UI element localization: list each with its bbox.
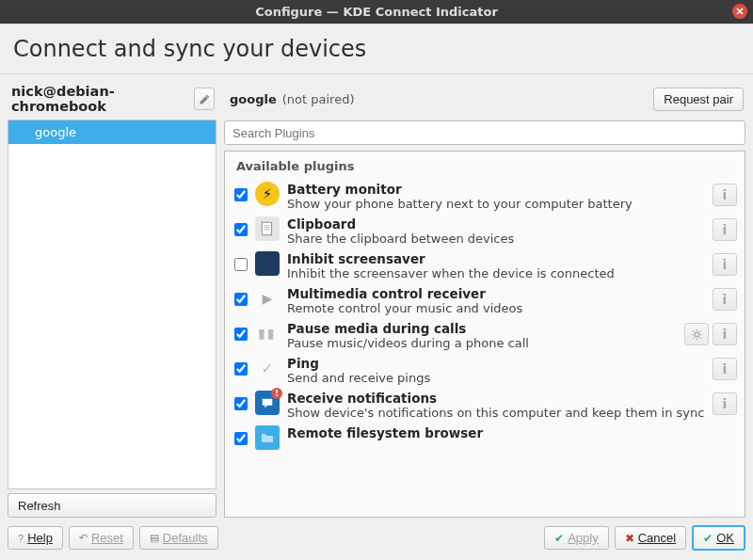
plugin-checkbox[interactable] <box>234 362 248 376</box>
plugin-title: Remote filesystem browser <box>287 425 737 440</box>
plugin-frame: Available plugins ⚡ Battery monitor Show… <box>224 151 745 518</box>
plugin-desc: Show device's notifications on this comp… <box>287 406 705 420</box>
plugin-title: Clipboard <box>287 216 705 232</box>
pause-icon: ▮▮ <box>255 321 280 345</box>
sidebar: nick@debian-chromebook google Refresh <box>8 80 216 518</box>
svg-point-4 <box>695 332 699 337</box>
plugin-checkbox[interactable] <box>234 293 248 306</box>
plugin-info-button[interactable]: i <box>713 358 737 380</box>
check-icon: ✔ <box>703 532 713 545</box>
plugin-settings-button[interactable] <box>684 323 709 345</box>
window-title: Configure — KDE Connect Indicator <box>255 5 498 19</box>
plugin-checkbox[interactable] <box>234 258 248 271</box>
plugin-title: Receive notifications <box>287 391 705 406</box>
pencil-icon <box>199 93 211 105</box>
device-list[interactable]: google <box>8 120 216 489</box>
content-area: nick@debian-chromebook google Refresh go… <box>0 74 753 518</box>
device-list-item[interactable]: google <box>8 120 216 144</box>
plugin-row: Inhibit screensaver Inhibit the screensa… <box>234 248 737 283</box>
device-header: google (not paired) Request pair <box>224 80 745 120</box>
request-pair-button[interactable]: Request pair <box>653 88 744 111</box>
refresh-button[interactable]: Refresh <box>8 493 216 518</box>
plugin-info-button[interactable]: i <box>713 218 737 241</box>
username-label: nick@debian-chromebook <box>11 84 188 114</box>
plugin-info-button[interactable]: i <box>713 288 737 311</box>
notification-icon <box>255 391 280 415</box>
plugin-scroll-area[interactable]: Available plugins ⚡ Battery monitor Show… <box>225 152 745 517</box>
battery-icon: ⚡ <box>255 182 280 206</box>
plugin-title: Battery monitor <box>287 182 705 197</box>
defaults-button[interactable]: ▤Defaults <box>139 526 218 550</box>
cancel-button[interactable]: ✖Cancel <box>615 526 686 550</box>
clipboard-icon <box>255 216 280 241</box>
play-icon: ▶ <box>255 286 280 311</box>
dialog-footer: ?Help ↶Reset ▤Defaults ✔Apply ✖Cancel ✔O… <box>0 518 753 560</box>
plugin-desc: Send and receive pings <box>287 371 705 385</box>
x-icon: ✖ <box>625 532 634 545</box>
monitor-icon <box>255 251 280 276</box>
check-icon: ✔ <box>554 532 564 545</box>
search-plugins-input[interactable] <box>224 120 745 145</box>
plugin-title: Multimedia control receiver <box>287 286 705 301</box>
plugin-desc: Remote control your music and videos <box>287 301 705 315</box>
svg-rect-0 <box>262 222 271 235</box>
plugin-row: Remote filesystem browser <box>234 423 737 453</box>
plugin-row: Clipboard Share the clipboard between de… <box>234 214 737 248</box>
plugins-section-title: Available plugins <box>234 157 737 179</box>
page-title: Connect and sync your devices <box>0 24 753 74</box>
plugin-desc: Share the clipboard between devices <box>287 232 705 246</box>
plugin-row: ▶ Multimedia control receiver Remote con… <box>234 283 737 318</box>
apply-button[interactable]: ✔Apply <box>544 526 609 550</box>
plugin-desc: Show your phone battery next to your com… <box>287 197 705 211</box>
plugin-checkbox[interactable] <box>234 188 248 201</box>
gear-icon <box>691 328 703 341</box>
plugin-desc: Pause music/videos during a phone call <box>287 336 677 350</box>
folder-icon <box>255 425 280 450</box>
plugin-checkbox[interactable] <box>234 432 248 445</box>
plugin-row: ⚡ Battery monitor Show your phone batter… <box>234 179 737 214</box>
plugin-row: ✓ Ping Send and receive pings i <box>234 353 737 388</box>
window-body: Connect and sync your devices nick@debia… <box>0 24 753 560</box>
plugin-checkbox[interactable] <box>234 397 248 410</box>
window-close-button[interactable] <box>732 4 747 19</box>
plugin-checkbox[interactable] <box>234 328 248 341</box>
plugin-title: Pause media during calls <box>287 321 677 336</box>
plugin-checkbox[interactable] <box>234 223 248 236</box>
check-icon: ✓ <box>255 356 280 380</box>
main-panel: google (not paired) Request pair Availab… <box>224 80 745 518</box>
plugin-desc: Inhibit the screensaver when the device … <box>287 266 705 280</box>
help-icon: ? <box>18 533 24 544</box>
plugin-info-button[interactable]: i <box>713 323 737 345</box>
help-button[interactable]: ?Help <box>8 526 63 550</box>
sidebar-user-row: nick@debian-chromebook <box>8 80 216 120</box>
plugin-title: Inhibit screensaver <box>287 251 705 266</box>
plugin-row: ▮▮ Pause media during calls Pause music/… <box>234 318 737 353</box>
plugin-row: Receive notifications Show device's noti… <box>234 388 737 423</box>
edit-username-button[interactable] <box>194 88 215 110</box>
reset-button[interactable]: ↶Reset <box>69 526 134 550</box>
device-status: (not paired) <box>282 92 355 106</box>
undo-icon: ↶ <box>79 532 88 544</box>
device-name: google <box>230 92 277 106</box>
plugin-info-button[interactable]: i <box>713 184 737 206</box>
plugin-info-button[interactable]: i <box>713 253 737 276</box>
titlebar: Configure — KDE Connect Indicator <box>0 0 753 24</box>
plugin-info-button[interactable]: i <box>713 392 737 415</box>
ok-button[interactable]: ✔OK <box>692 525 745 551</box>
plugin-title: Ping <box>287 356 705 371</box>
document-icon: ▤ <box>150 532 159 544</box>
